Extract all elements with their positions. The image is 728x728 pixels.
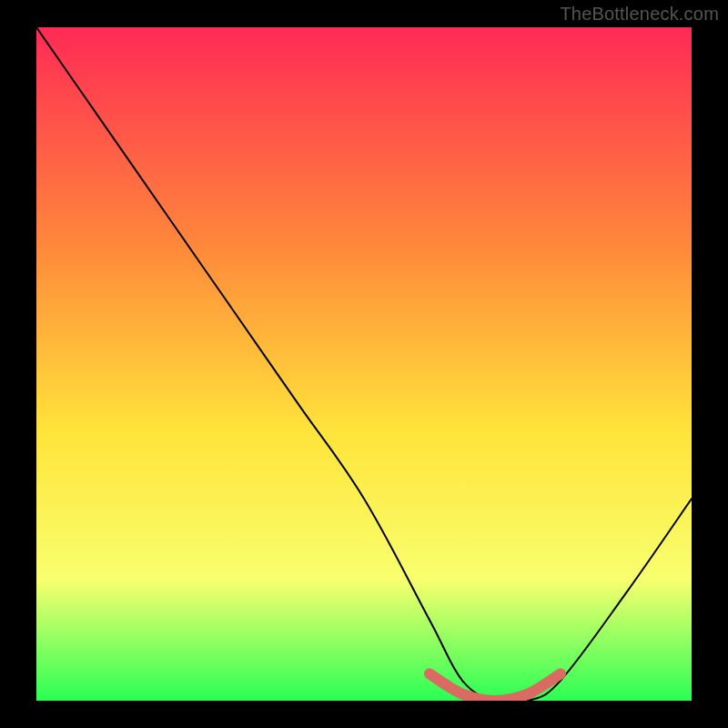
bottleneck-chart bbox=[0, 0, 728, 728]
gradient-background bbox=[36, 27, 692, 701]
watermark-text: TheBottleneck.com bbox=[560, 4, 719, 25]
chart-container: TheBottleneck.com bbox=[0, 0, 728, 728]
